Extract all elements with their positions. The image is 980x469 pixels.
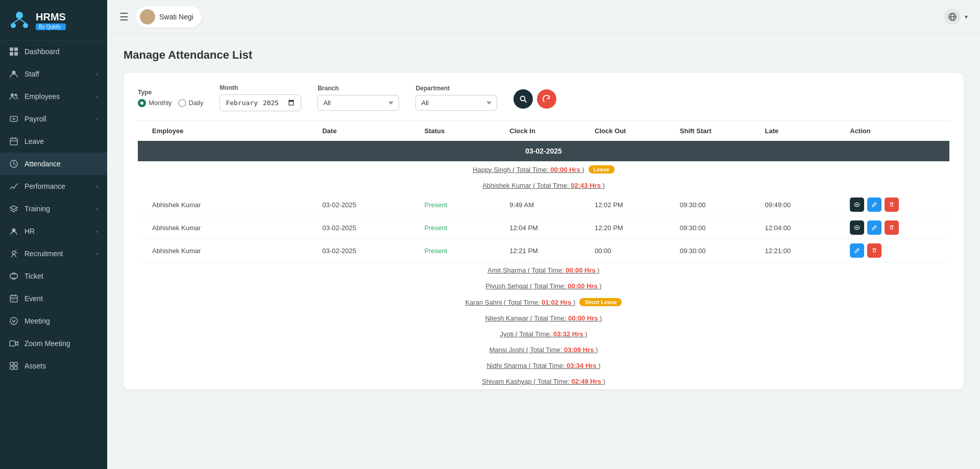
sidebar-label-staff: Staff [24,70,39,78]
user-name: Swati Negi [159,13,193,21]
employee-link-shivam-kashyap[interactable]: Shivam Kashyap ( Total Time: 02:49 Hrs ) [482,378,605,385]
svg-point-10 [11,93,14,96]
chevron-right-icon-2: › [96,93,98,100]
total-time-amit-sharma: 00:00 Hrs [566,266,596,274]
col-status: Status [425,127,510,135]
view-button[interactable] [850,220,864,235]
edit-button[interactable] [867,220,881,235]
radio-group-type: Monthly Daily [138,99,203,107]
delete-button[interactable] [867,243,881,258]
reset-button[interactable] [537,89,556,109]
badge-leave-happy-singh: Leave [589,165,615,174]
summary-row-mansi-joshi: Mansi Joshi ( Total Time: 03:09 Hrs ) [138,342,949,358]
summary-row-nitesh-kanwar: Nitesh Kanwar ( Total Time: 00:00 Hrs ) [138,310,949,326]
employee-link-nitesh-kanwar[interactable]: Nitesh Kanwar ( Total Time: 00:00 Hrs ) [485,314,602,322]
sidebar-item-training[interactable]: Training › [0,198,107,220]
sidebar-item-leave[interactable]: Leave [0,130,107,153]
col-late: Late [765,127,850,135]
employee-link-nidhi-sharma[interactable]: Nidhi Sharma ( Total Time: 03:34 Hrs ) [486,362,600,369]
edit-button[interactable] [867,198,881,212]
chevron-right-icon-4: › [96,183,98,189]
sidebar-item-hr[interactable]: HR › [0,220,107,242]
sidebar-label-assets: Assets [24,362,46,370]
logo-hrms: HRMS [36,11,66,22]
sidebar-item-assets[interactable]: Assets [0,355,107,377]
radio-daily-dot [178,99,186,107]
edit-button[interactable] [850,243,864,258]
employee-link-piyush-sehgal[interactable]: Piyush Sehgal ( Total Time: 00:00 Hrs ) [485,282,601,290]
action-buttons [850,243,935,258]
radio-daily-label: Daily [189,99,204,107]
row-late: 12:21:00 [765,247,850,255]
sidebar-item-recruitment[interactable]: Recruitment › [0,242,107,265]
branch-select[interactable]: All [317,95,399,111]
sidebar-label-employees: Employees [24,92,60,101]
svg-point-27 [145,12,150,17]
event-icon [9,294,18,303]
action-buttons [850,220,935,235]
zoom-icon [9,339,18,348]
employee-link-abhishek-kumar[interactable]: Abhishek Kumar ( Total Time: 02:43 Hrs ) [482,182,605,189]
delete-button[interactable] [885,220,899,235]
main-area: ☰ Swati Negi ▾ Manage Attendance List Ty… [107,0,980,469]
sidebar-label-training: Training [24,205,50,213]
logo-subtitle: By Qubify [36,23,66,30]
filter-type-group: Type Monthly Daily [138,89,203,107]
filter-branch-label: Branch [317,85,399,92]
sidebar-item-zoom-meeting[interactable]: Zoom Meeting [0,332,107,355]
delete-button[interactable] [885,198,899,212]
leave-icon [9,137,18,146]
sidebar-label-hr: HR [24,227,35,235]
search-icon [519,95,527,103]
total-time-shivam-kashyap: 02:49 Hrs [571,378,601,385]
globe-button[interactable] [944,9,961,25]
edit-icon [854,248,860,254]
user-pill[interactable]: Swati Negi [136,6,202,28]
sidebar-item-event[interactable]: Event [0,287,107,310]
filter-branch-group: Branch All [317,85,399,111]
radio-monthly-dot [138,99,146,107]
radio-monthly[interactable]: Monthly [138,99,172,107]
row-employee: Abhishek Kumar [152,247,322,255]
employee-link-jyoti[interactable]: Jyoti ( Total Time: 03:32 Hrs ) [500,330,587,338]
globe-icon [948,12,957,21]
sidebar-label-leave: Leave [24,137,44,145]
svg-rect-6 [14,47,18,51]
sidebar-item-payroll[interactable]: Payroll › [0,108,107,130]
employee-link-happy-singh[interactable]: Happy Singh ( Total Time: 00:00 Hrs ) [473,166,584,174]
view-button[interactable] [850,198,864,212]
svg-point-21 [10,317,17,325]
page-title: Manage Attendance List [124,48,964,62]
topbar: ☰ Swati Negi ▾ [107,0,980,34]
edit-icon [871,225,877,231]
row-shiftstart: 09:30:00 [680,247,765,255]
sidebar-item-ticket[interactable]: Ticket [0,265,107,287]
search-button[interactable] [513,89,533,109]
svg-rect-23 [10,362,13,365]
row-clockout: 12:02 PM [595,201,680,209]
chevron-right-icon-6: › [96,228,98,234]
chevron-right-icon-7: › [96,251,98,257]
sidebar-item-attendance[interactable]: Attendance [0,153,107,175]
row-date: 03-02-2025 [322,224,424,232]
radio-daily[interactable]: Daily [178,99,204,107]
sidebar-item-performance[interactable]: Performance › [0,175,107,198]
employee-link-karan-sahni[interactable]: Karan Sahni ( Total Time: 01:02 Hrs ) [465,299,576,306]
hamburger-button[interactable]: ☰ [119,11,129,23]
sidebar-item-meeting[interactable]: Meeting [0,310,107,332]
month-input[interactable] [219,94,301,111]
row-clockin: 12:21 PM [509,247,595,255]
svg-rect-17 [10,274,17,278]
employee-link-mansi-joshi[interactable]: Mansi Joshi ( Total Time: 03:09 Hrs ) [489,346,598,354]
row-late: 12:04:00 [765,224,850,232]
sidebar-label-performance: Performance [24,182,65,190]
sidebar-item-dashboard[interactable]: Dashboard [0,40,107,63]
sidebar-item-staff[interactable]: Staff › [0,63,107,85]
summary-row-amit-sharma: Amit Sharma ( Total Time: 00:00 Hrs ) [138,262,949,278]
svg-rect-13 [10,138,17,145]
col-shiftstart: Shift Start [680,127,765,135]
employee-link-amit-sharma[interactable]: Amit Sharma ( Total Time: 00:00 Hrs ) [487,266,599,274]
department-select[interactable]: All [415,95,497,111]
row-status: Present [425,224,510,232]
sidebar-item-employees[interactable]: Employees › [0,85,107,108]
